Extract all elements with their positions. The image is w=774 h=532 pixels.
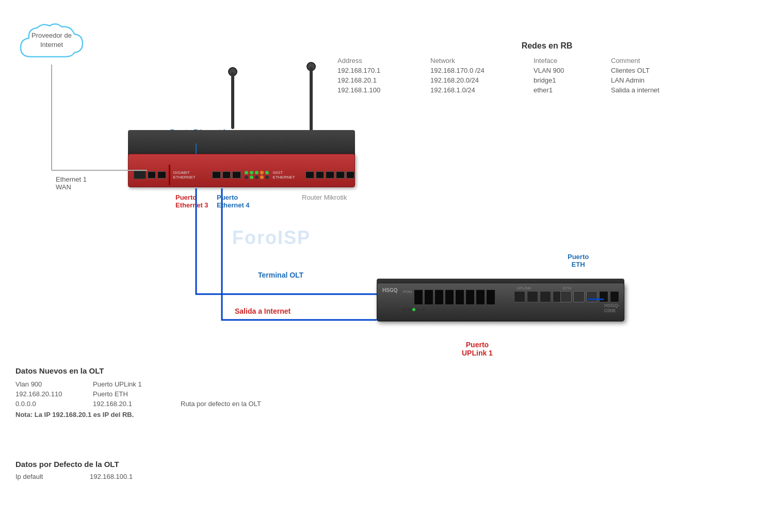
port-eth7 [316,171,325,179]
port-eth1 [148,171,156,179]
port-sfp [134,171,146,179]
antenna-right [310,67,313,132]
port-eth2 [157,171,166,179]
router-mikrotik: GIGABIT ETHERNET GIGT ETHERNET [128,154,355,187]
router-label: Router Mikrotik [302,194,347,201]
olt-default-table: Ip default 192.168.100.1 [15,473,133,480]
row1-comment: Clientes OLT [609,66,712,75]
row1-address: 192.168.170.1 [335,66,428,75]
col-header-network: Network [428,56,531,66]
port-eth10 [346,171,355,179]
olt-row1-col1: Vlan 900 [15,380,88,388]
salida-internet-label: Salida a Internet [235,307,291,315]
watermark: ForoISP [232,227,311,249]
port-eth4 [222,171,231,179]
row2-interface: bridge1 [531,75,609,85]
port-eth6 [305,171,314,179]
olt-row1-col3 [181,380,261,388]
olt-row1-col2: Puerto UPLink 1 [93,380,175,388]
default-label: Ip default [15,473,88,480]
table-title: Redes en RB [335,41,759,51]
ethernet1-wan-label: Ethernet 1 WAN [56,175,87,191]
olt-row2-col1: 192.168.20.110 [15,390,88,398]
olt-row3-col1: 0.0.0.0 [15,400,88,408]
olt-new-data-section: Datos Nuevos en la OLT Vlan 900 Puerto U… [15,366,261,418]
router-top [128,130,355,156]
olt-new-data-table: Vlan 900 Puerto UPLink 1 192.168.20.110 … [15,380,261,408]
olt-brand-label: HSGQ [382,287,397,293]
terminal-olt-label: Terminal OLT [258,271,303,279]
olt-device: HSGQ PON UPLINK ETH HSGQ-C008 [377,283,624,321]
port-eth3 [212,171,221,179]
isp-cloud: Proveedor de Internet [15,21,88,72]
row2-address: 192.168.20.1 [335,75,428,85]
row3-comment: Salida a internet [609,85,712,95]
default-value: 192.168.100.1 [90,473,133,480]
col-header-interface: Inteface [531,56,609,66]
olt-default-data-section: Datos por Defecto de la OLT Ip default 1… [15,460,133,480]
puerto-uplink1-label: PuertoUPLink 1 [462,341,493,357]
puerto-eth-olt-label: PuertoETH [568,253,589,268]
network-table: Address Network Inteface Comment 192.168… [335,56,759,95]
port-eth9 [336,171,345,179]
col-header-address: Address [335,56,428,66]
olt-row2-col3 [181,390,261,398]
port-eth5 [232,171,241,179]
col-header-comment: Comment [609,56,712,66]
row1-interface: VLAN 900 [531,66,609,75]
olt-note: Nota: La IP 192.168.20.1 es IP del RB. [15,411,261,418]
divider [169,165,171,185]
olt-row2-col2: Puerto ETH [93,390,175,398]
row3-address: 192.168.1.100 [335,85,428,95]
olt-row3-col2: 192.168.20.1 [93,400,175,408]
row1-network: 192.168.170.0 /24 [428,66,531,75]
row3-interface: ether1 [531,85,609,95]
puerto-eth3-label: PuertoEthernet 3 [175,194,208,209]
olt-new-data-title: Datos Nuevos en la OLT [15,366,261,375]
row2-network: 192.168.20.0/24 [428,75,531,85]
puerto-eth4-label: PuertoEthernet 4 [217,194,250,209]
network-table-section: Redes en RB Address Network Inteface Com… [335,41,759,95]
olt-default-title: Datos por Defecto de la OLT [15,460,133,469]
antenna-left [231,72,234,129]
olt-row3-col3: Ruta por defecto en la OLT [181,400,261,408]
row3-network: 192.168.1.0/24 [428,85,531,95]
row2-comment: LAN Admin [609,75,712,85]
isp-label: Proveedor de Internet [15,31,88,50]
port-eth8 [326,171,334,179]
